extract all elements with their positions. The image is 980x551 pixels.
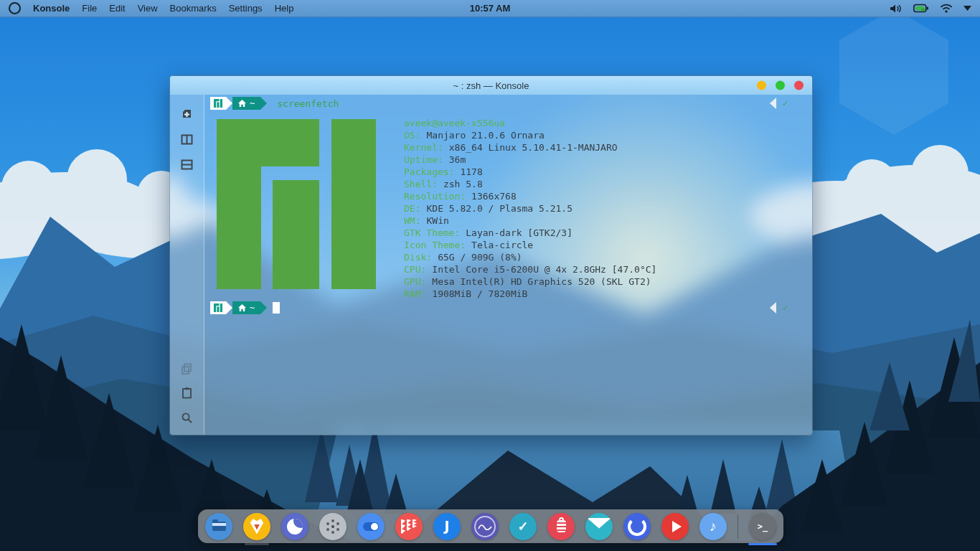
dock-item-joplin[interactable]: J [433,513,461,540]
dock: J ✓ ♪ >_ [198,509,783,543]
exit-status-ok: ✓ [783,303,788,312]
menu-help[interactable]: Help [275,3,294,14]
dock-item-lantern-app[interactable] [547,513,575,540]
dock-item-tasks[interactable]: ✓ [509,513,537,540]
active-indicator [748,543,777,545]
powerline-arrow-icon [226,301,232,314]
powerline-arrow-icon [260,97,267,110]
konsole-sidebar [170,95,204,435]
powerline-arrow-icon [226,97,232,110]
manjaro-logo [217,119,376,289]
dock-item-brave[interactable] [243,513,270,540]
flame-icon [401,519,417,534]
checkmark-icon: ✓ [517,520,528,533]
new-tab-icon[interactable] [181,108,193,121]
manjaro-mini-logo-icon [214,99,222,108]
manjaro-prompt-segment [210,97,226,110]
powerline-arrow-icon [260,301,267,314]
caret-down-icon[interactable] [963,6,971,11]
running-indicator [245,543,269,545]
dock-item-librewolf[interactable] [281,513,308,540]
wave-icon [474,516,496,537]
copy-icon[interactable] [181,363,193,375]
info-line-os: OS:Manjaro 21.0.6 Ornara [404,129,656,141]
brave-lion-icon [249,518,265,535]
info-line-shell: Shell:zsh 5.8 [404,178,656,190]
user-host: aveek@aveek-x556ua [404,118,505,128]
terminal-prompt-icon: >_ [758,522,768,531]
split-view-top-bottom-icon[interactable] [181,159,193,171]
manjaro-mini-logo-icon [214,303,222,312]
info-line-uptime: Uptime:36m [404,154,656,166]
info-line-ram: RAM:1908MiB / 7820MiB [404,288,656,300]
terminal-area[interactable]: ~ screenfetch ✓ aveek@aveek-x556ua OS:Ma… [204,95,812,435]
music-note-icon: ♪ [710,519,717,533]
info-line-resolution: Resolution:980x551 [404,190,656,202]
dock-item-wave-app[interactable] [471,513,499,540]
prompt-path: ~ [250,302,255,314]
dock-item-fire-app[interactable] [395,513,423,540]
global-menubar: Konsole File Edit View Bookmarks Setting… [0,0,980,17]
window-title: ~ : zsh — Konsole [453,80,529,91]
konsole-window: ~ : zsh — Konsole [169,75,813,435]
dock-item-pie-app[interactable] [585,513,613,540]
arc-icon [628,517,646,536]
close-button[interactable] [794,81,804,90]
exit-status-ok: ✓ [783,99,788,108]
dock-item-music[interactable]: ♪ [699,513,727,540]
wifi-icon[interactable] [940,4,953,13]
menu-file[interactable]: File [82,3,97,14]
dots-icon [331,525,334,528]
minimize-button[interactable] [757,81,766,90]
prompt-line-2: ~ ✓ [210,301,806,314]
prompt-path: ~ [250,98,255,110]
info-line-cpu: CPU:Intel Core i5-6200U @ 4x 2.8GHz [47.… [404,263,656,276]
dock-item-player[interactable] [661,513,689,540]
clock[interactable]: 10:57 AM [470,3,511,14]
paste-icon[interactable] [181,387,193,399]
menu-settings[interactable]: Settings [229,3,263,14]
info-line-gtk-theme: GTK Theme:Layan-dark [GTK2/3] [404,227,656,239]
dock-item-file-manager[interactable] [205,513,232,540]
wolf-icon [287,519,303,534]
window-titlebar[interactable]: ~ : zsh — Konsole [170,76,812,95]
info-line-packages: Packages:1178 [404,166,656,178]
dock-item-toggles[interactable] [357,513,385,540]
app-launcher-icon[interactable] [9,2,21,14]
dock-item-settings[interactable] [319,513,347,540]
prompt-line-1: ~ screenfetch ✓ [210,97,806,110]
home-icon [238,100,246,107]
split-view-left-right-icon[interactable] [181,133,193,146]
info-line-icon-theme: Icon Theme:Tela-circle [404,239,656,251]
info-line-de: DE:KDE 5.82.0 / Plasma 5.21.5 [404,202,656,215]
path-prompt-segment: ~ [232,301,260,314]
dock-separator [738,514,738,539]
lantern-icon [557,520,566,532]
command-text: screenfetch [277,98,339,110]
right-prompt: ✓ [770,302,788,314]
info-line-kernel: Kernel:x86_64 Linux 5.10.41-1-MANJARO [404,141,656,154]
right-prompt-arrow-icon [770,98,776,109]
battery-icon[interactable] [913,4,929,13]
menu-bookmarks[interactable]: Bookmarks [170,3,217,14]
wedge-icon [585,513,613,540]
toggle-switch-icon [363,522,379,531]
active-app-name: Konsole [33,3,70,14]
home-icon [238,304,246,311]
play-icon [672,521,682,532]
menu-edit[interactable]: Edit [109,3,125,14]
volume-icon[interactable] [890,4,903,14]
right-prompt: ✓ [770,98,788,109]
joplin-icon: J [444,519,449,533]
manjaro-prompt-segment [210,301,226,314]
right-prompt-arrow-icon [770,302,776,314]
search-icon[interactable] [181,412,193,424]
menu-view[interactable]: View [138,3,158,14]
maximize-button[interactable] [776,81,785,90]
info-line-gpu: GPU:Mesa Intel(R) HD Graphics 520 (SKL G… [404,276,656,288]
screenfetch-output: aveek@aveek-x556ua OS:Manjaro 21.0.6 Orn… [404,117,656,300]
dock-item-arc-app[interactable] [623,513,651,540]
dock-item-konsole[interactable]: >_ [749,513,776,540]
info-line-disk: Disk:65G / 909G (8%) [404,251,656,263]
folder-icon [212,522,226,531]
